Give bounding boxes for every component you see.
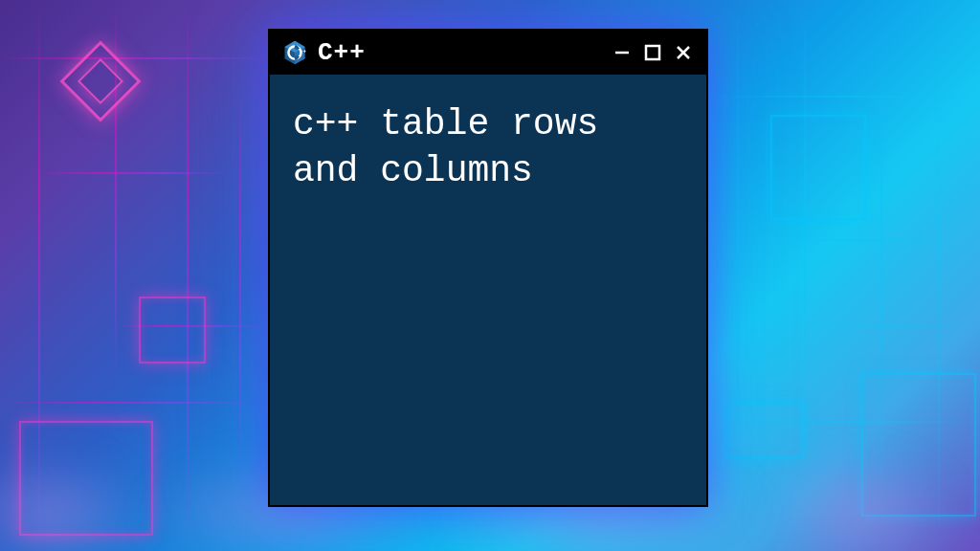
svg-text:+: + bbox=[303, 48, 306, 54]
window-controls bbox=[611, 41, 695, 64]
maximize-button[interactable] bbox=[641, 41, 664, 64]
terminal-window: + + C++ c++ table rows and columns bbox=[268, 29, 708, 507]
titlebar[interactable]: + + C++ bbox=[270, 31, 706, 75]
cpp-logo-icon: + + bbox=[281, 39, 308, 66]
close-button[interactable] bbox=[672, 41, 695, 64]
svg-rect-7 bbox=[646, 46, 659, 59]
svg-text:+: + bbox=[300, 48, 302, 54]
minimize-button[interactable] bbox=[611, 41, 634, 64]
terminal-content: c++ table rows and columns bbox=[270, 75, 706, 221]
window-title: C++ bbox=[318, 38, 601, 67]
